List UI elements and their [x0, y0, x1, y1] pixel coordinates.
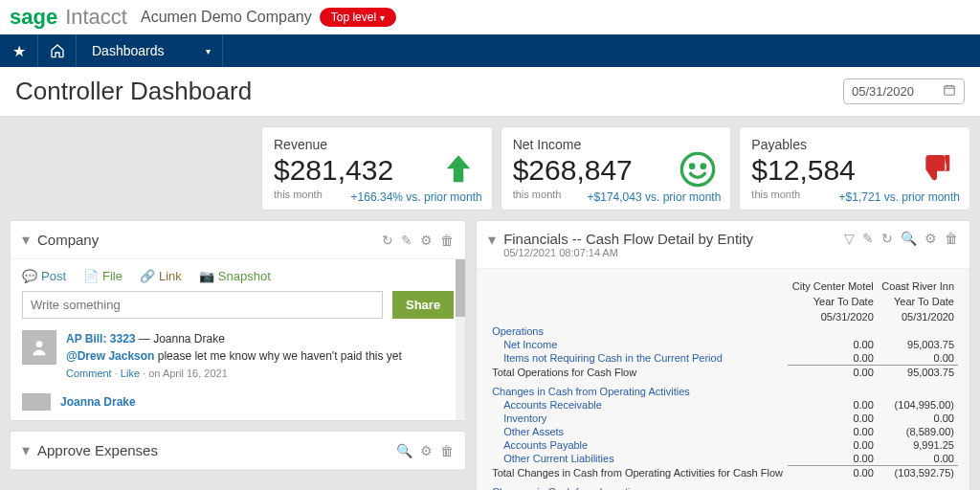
gear-icon[interactable]: ⚙ [924, 231, 937, 246]
post-input[interactable] [22, 291, 383, 319]
thumbs-down-icon [918, 150, 956, 192]
tab-snapshot[interactable]: 📷 Snapshot [199, 269, 271, 283]
approve-expenses-panel: ▾ Approve Expenses 🔍 ⚙ 🗑 [10, 431, 466, 471]
refresh-icon[interactable]: ↻ [881, 231, 893, 246]
search-icon[interactable]: 🔍 [901, 231, 917, 246]
arrow-up-icon [438, 150, 479, 194]
calendar-icon [943, 83, 956, 100]
top-level-button[interactable]: Top level ▾ [320, 8, 396, 27]
page-header: Controller Dashboard 05/31/2020 [0, 67, 980, 117]
main-nav: ★ Dashboards ▾ [0, 34, 980, 67]
date-picker[interactable]: 05/31/2020 [843, 78, 965, 104]
svg-rect-0 [945, 86, 955, 95]
kpi-trend: +$1,721 vs. prior month [839, 190, 960, 204]
svg-point-3 [702, 165, 705, 167]
feed-item: Joanna Drake [22, 393, 454, 411]
date-value: 05/31/2020 [852, 84, 914, 99]
company-name: Acumen Demo Company [141, 9, 312, 26]
kpi-revenue: Revenue $281,432 this month +166.34% vs.… [261, 126, 493, 211]
panel-title: Company [37, 232, 374, 248]
svg-point-1 [682, 153, 714, 185]
smile-icon [679, 150, 717, 192]
top-level-label: Top level [331, 11, 376, 24]
edit-icon[interactable]: ✎ [401, 233, 412, 248]
feed-item: AP Bill: 3323 — Joanna Drake @Drew Jacks… [22, 330, 454, 382]
panel-timestamp: 05/12/2021 08:07:14 AM [503, 247, 836, 258]
content: ▾ Company ↻ ✎ ⚙ 🗑 💬 Post 📄 File 🔗 Link 📷… [0, 211, 980, 490]
trash-icon[interactable]: 🗑 [945, 231, 958, 246]
gear-icon[interactable]: ⚙ [420, 233, 433, 248]
like-link[interactable]: Like [121, 368, 140, 379]
avatar [22, 330, 56, 365]
trash-icon[interactable]: 🗑 [440, 233, 454, 248]
feed-date: on April 16, 2021 [148, 368, 228, 379]
scrollbar[interactable] [456, 259, 465, 420]
svg-point-2 [691, 165, 694, 167]
chevron-down-icon: ▾ [206, 46, 211, 56]
nav-label: Dashboards [92, 43, 165, 58]
chevron-down-icon[interactable]: ▾ [22, 441, 30, 459]
logo-intacct: Intacct [65, 5, 127, 30]
chevron-down-icon[interactable]: ▾ [22, 231, 30, 249]
search-icon[interactable]: 🔍 [396, 443, 412, 458]
share-button[interactable]: Share [392, 291, 454, 319]
avatar [22, 393, 51, 411]
panel-title: Financials -- Cash Flow Detail by Entity [503, 231, 836, 247]
chevron-down-icon[interactable]: ▾ [488, 231, 496, 249]
tab-post[interactable]: 💬 Post [22, 269, 66, 283]
nav-dashboards[interactable]: Dashboards ▾ [77, 34, 223, 67]
panel-title: Approve Expenses [37, 442, 389, 458]
kpi-trend: +$174,043 vs. prior month [588, 190, 722, 204]
chevron-down-icon: ▾ [380, 12, 385, 23]
logo-sage: sage [10, 5, 57, 30]
top-bar: sage Intacct Acumen Demo Company Top lev… [0, 0, 980, 34]
kpi-payables: Payables $12,584 this month +$1,721 vs. … [739, 126, 970, 211]
cashflow-panel: ▾ Financials -- Cash Flow Detail by Enti… [476, 220, 970, 490]
feed-text: please let me know why we haven't paid t… [154, 349, 401, 363]
gear-icon[interactable]: ⚙ [420, 443, 433, 458]
page-title: Controller Dashboard [15, 77, 252, 106]
home-icon[interactable] [38, 34, 77, 67]
cashflow-table: City Center MotelCoast River Inn Year To… [488, 278, 958, 490]
svg-point-4 [36, 341, 43, 347]
star-icon[interactable]: ★ [0, 34, 38, 67]
tab-file[interactable]: 📄 File [83, 269, 122, 283]
company-panel: ▾ Company ↻ ✎ ⚙ 🗑 💬 Post 📄 File 🔗 Link 📷… [10, 220, 466, 421]
tab-link[interactable]: 🔗 Link [140, 269, 182, 283]
edit-icon[interactable]: ✎ [862, 231, 874, 246]
comment-link[interactable]: Comment [66, 368, 112, 379]
feed-author[interactable]: Joanna Drake [60, 395, 136, 409]
refresh-icon[interactable]: ↻ [382, 233, 393, 248]
kpi-net-income: Net Income $268,847 this month +$174,043… [501, 126, 732, 211]
feed-author: Joanna Drake [153, 332, 225, 345]
kpi-row: Revenue $281,432 this month +166.34% vs.… [10, 126, 970, 211]
feed-mention[interactable]: @Drew Jackson [66, 349, 154, 363]
trash-icon[interactable]: 🗑 [440, 443, 454, 458]
feed-title[interactable]: AP Bill: 3323 [66, 332, 135, 345]
filter-icon[interactable]: ▽ [844, 231, 855, 246]
